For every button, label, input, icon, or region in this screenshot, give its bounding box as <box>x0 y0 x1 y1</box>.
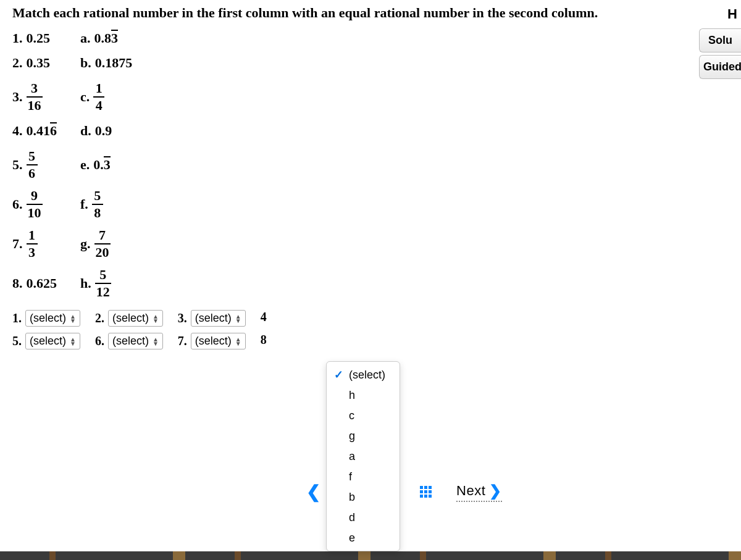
chevron-right-icon: ❯ <box>489 482 502 499</box>
stepper-icon: ▲▼ <box>70 337 76 346</box>
pair-row: 3. 316c. 14 <box>12 81 729 112</box>
stepper-icon: ▲▼ <box>153 337 159 346</box>
selector-item: 7.(select)▲▼ <box>178 333 246 349</box>
stepper-icon: ▲▼ <box>235 314 241 323</box>
dropdown-option[interactable]: e <box>327 528 400 548</box>
stepper-icon: ▲▼ <box>70 314 76 323</box>
instruction-text: Match each rational number in the first … <box>12 5 729 21</box>
sidebar: H Solu Guided <box>699 0 741 81</box>
dropdown-option[interactable]: a <box>327 446 400 467</box>
pair-row: 2. 0.35b. 0.1875 <box>12 53 729 73</box>
pair-row: 8. 0.625h. 512 <box>12 268 729 299</box>
stepper-icon: ▲▼ <box>153 314 159 323</box>
pair-row: 4. 0.416d. 0.9 <box>12 121 729 141</box>
selector-item: 3.(select)▲▼ <box>178 310 246 327</box>
dropdown-option[interactable]: ✓(select) <box>327 364 400 385</box>
dropdown-option[interactable]: g <box>327 426 400 446</box>
select-box[interactable]: (select)▲▼ <box>191 310 246 327</box>
answer-selectors: 1.(select)▲▼2.(select)▲▼3.(select)▲▼4 5.… <box>12 310 729 349</box>
selector-item: 4 <box>261 310 267 324</box>
dropdown-option[interactable]: b <box>327 487 400 508</box>
pair-row: 7. 13g. 720 <box>12 228 729 259</box>
select-box[interactable]: (select)▲▼ <box>108 310 163 327</box>
pair-row: 1. 0.25a. 0.83 <box>12 28 729 48</box>
dropdown-option[interactable]: f <box>327 467 400 487</box>
dropdown-option[interactable]: d <box>327 508 400 528</box>
selector-item: 1.(select)▲▼ <box>12 310 80 327</box>
sidebar-h-label: H <box>699 0 741 26</box>
pair-row: 6. 910f. 58 <box>12 189 729 220</box>
match-pairs: 1. 0.25a. 0.832. 0.35b. 0.18753. 316c. 1… <box>12 28 729 299</box>
next-page-button[interactable]: Next ❯ <box>456 482 502 502</box>
dropdown-option[interactable]: c <box>327 406 400 426</box>
select-box[interactable]: (select)▲▼ <box>25 333 80 349</box>
select-box[interactable]: (select)▲▼ <box>108 333 163 349</box>
next-label: Next <box>456 483 485 499</box>
pair-row: 5. 56e. 0.3 <box>12 149 729 180</box>
dropdown-option[interactable]: h <box>327 385 400 406</box>
select-box[interactable]: (select)▲▼ <box>191 333 246 349</box>
selector-item: 5.(select)▲▼ <box>12 333 80 349</box>
selector-item: 8 <box>261 333 267 347</box>
stepper-icon: ▲▼ <box>235 337 241 346</box>
solution-button[interactable]: Solu <box>699 28 741 52</box>
prev-page-button[interactable]: ❮ <box>303 482 324 502</box>
selector-item: 2.(select)▲▼ <box>95 310 163 327</box>
guided-button[interactable]: Guided <box>699 55 741 79</box>
grid-icon[interactable] <box>420 486 432 498</box>
selector-item: 6.(select)▲▼ <box>95 333 163 349</box>
select-box[interactable]: (select)▲▼ <box>25 310 80 327</box>
check-icon: ✓ <box>334 368 344 382</box>
decorative-strip <box>0 551 741 560</box>
select-dropdown[interactable]: ✓(select)hcgafbde <box>326 361 400 551</box>
